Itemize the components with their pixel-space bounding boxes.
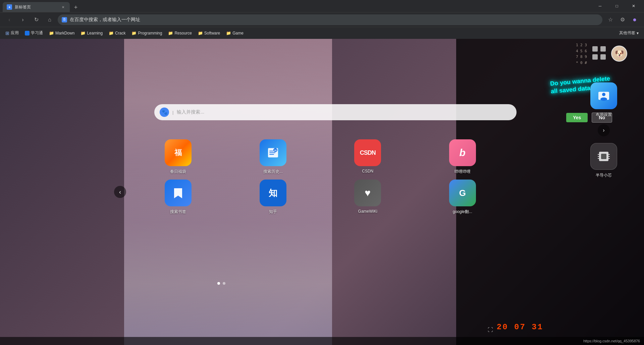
other-bookmarks-label: 其他书签 xyxy=(619,30,635,36)
title-bar: ✦ 新标签页 ✕ + ─ □ ✕ xyxy=(0,0,644,12)
bookmark-crack[interactable]: 📁 Crack xyxy=(106,29,128,38)
next-section: › xyxy=(590,124,617,140)
page-dot-1[interactable] xyxy=(217,282,220,285)
search-input[interactable]: 输入并搜索... xyxy=(177,109,511,115)
bookmark-markdown-label: MarkDown xyxy=(55,31,74,36)
app-bilibili[interactable]: b 哔哩哔哩 xyxy=(449,139,476,175)
bookmark-resource[interactable]: 📁 Resource xyxy=(165,29,194,38)
app-google-translate-label: google翻... xyxy=(453,209,472,215)
number-display: 1 2 3 4 5 6 7 8 9 * 0 # xyxy=(576,42,587,66)
nav-actions: ☆ ⚙ ● xyxy=(605,14,640,25)
search-area: 🐾 | 输入并搜索... xyxy=(154,104,517,120)
app-csdn[interactable]: CSDN CSDN xyxy=(354,139,381,175)
bookmark-apps-label: 应用 xyxy=(11,30,19,36)
bookmark-software-label: Software xyxy=(204,31,220,36)
svg-point-8 xyxy=(600,97,607,101)
app-bookmark[interactable]: 搜索书签 xyxy=(165,180,192,215)
bookmark-software[interactable]: 📁 Software xyxy=(195,29,223,38)
new-tab-button[interactable]: + xyxy=(71,3,80,12)
folder-icon-software: 📁 xyxy=(198,31,203,36)
tab-title: 新标签页 xyxy=(15,4,58,10)
chevron-down-icon: ▾ xyxy=(637,31,639,36)
tab-close-button[interactable]: ✕ xyxy=(60,4,66,10)
app-zhihu-label: 知乎 xyxy=(269,209,277,215)
tab-favicon: ✦ xyxy=(7,4,12,10)
bookmark-game[interactable]: 📁 Game xyxy=(223,29,246,38)
back-button[interactable]: ‹ xyxy=(4,14,15,25)
user-avatar[interactable]: 🐶 xyxy=(611,46,627,62)
bookmark-learning[interactable]: 📁 Learning xyxy=(78,29,105,38)
page-content: 1 2 3 4 5 6 7 8 9 * 0 # Do you wanna del… xyxy=(0,39,644,345)
folder-icon-resource: 📁 xyxy=(168,31,173,36)
bookmark-markdown[interactable]: 📁 MarkDown xyxy=(46,29,77,38)
svg-rect-3 xyxy=(269,154,274,155)
yes-button[interactable]: Yes xyxy=(566,113,588,122)
apps-row-2: 搜索书签 知 知乎 ♥ GameWiKi G google xyxy=(124,180,517,215)
xuexitong-icon xyxy=(25,31,30,36)
search-box[interactable]: 🐾 | 输入并搜索... xyxy=(154,104,517,120)
bookmark-apps[interactable]: ⊞ 应用 xyxy=(3,29,21,38)
svg-text:H: H xyxy=(274,149,277,152)
navigation-bar: ‹ › ↻ ⌂ B 在百度中搜索，或者输入一个网址 ☆ ⚙ ● xyxy=(0,12,644,27)
bookmark-game-label: Game xyxy=(232,31,244,36)
bookmark-learning-label: Learning xyxy=(87,31,103,36)
app-layout-settings[interactable]: 布局设置 xyxy=(590,82,617,118)
folder-icon-crack: 📁 xyxy=(109,31,114,36)
app-gamewiki[interactable]: ♥ GameWiKi xyxy=(354,180,381,215)
csdn-icon: CSDN xyxy=(360,149,376,156)
refresh-button[interactable]: ↻ xyxy=(31,14,42,25)
app-search-history[interactable]: H 搜索历史... xyxy=(260,139,286,175)
bookmark-programming[interactable]: 📁 Programming xyxy=(129,29,165,38)
layout-settings-icon xyxy=(596,88,611,103)
other-bookmarks[interactable]: 其他书签 ▾ xyxy=(616,29,641,38)
next-arrow-button[interactable]: › xyxy=(598,124,610,136)
grid-dot-3 xyxy=(592,54,598,60)
bookmarks-bar: ⊞ 应用 学习通 📁 MarkDown 📁 Learning 📁 Crack 📁… xyxy=(0,27,644,39)
zhihu-icon: 知 xyxy=(269,187,277,199)
folder-icon-programming: 📁 xyxy=(131,31,137,36)
semiconductor-icon xyxy=(596,149,611,164)
app-spring[interactable]: 福 春日福袋 xyxy=(165,139,192,175)
page-dot-2[interactable] xyxy=(223,282,225,285)
address-text: 在百度中搜索，或者输入一个网址 xyxy=(70,17,598,23)
app-semiconductor-label: 半导小芯 xyxy=(596,172,612,178)
bookmark-xuexitong[interactable]: 学习通 xyxy=(22,29,46,38)
status-url: https://blog.csdn.net/qq_45395876 xyxy=(583,339,640,343)
app-gamewiki-label: GameWiKi xyxy=(358,209,377,214)
extensions-button[interactable]: ⚙ xyxy=(617,14,628,25)
app-google-translate[interactable]: G google翻... xyxy=(449,180,476,215)
left-nav-arrow[interactable]: ‹ xyxy=(114,186,126,198)
avatar-image: 🐶 xyxy=(612,46,627,61)
bookmark-crack-label: Crack xyxy=(115,31,125,36)
svg-point-7 xyxy=(602,93,605,96)
app-csdn-label: CSDN xyxy=(362,169,373,174)
maximize-button[interactable]: □ xyxy=(609,1,625,11)
browser-frame: ✦ 新标签页 ✕ + ─ □ ✕ ‹ › ↻ ⌂ B 在百度中搜索，或者输入一个… xyxy=(0,0,644,345)
address-bar[interactable]: B 在百度中搜索，或者输入一个网址 xyxy=(58,14,602,25)
forward-button[interactable]: › xyxy=(17,14,28,25)
app-search-history-label: 搜索历史... xyxy=(263,169,283,175)
window-controls: ─ □ ✕ xyxy=(592,1,641,11)
app-spring-label: 春日福袋 xyxy=(170,169,186,175)
gamewiki-icon: ♥ xyxy=(365,187,371,199)
app-zhihu[interactable]: 知 知乎 xyxy=(260,180,286,215)
profile-button[interactable]: ● xyxy=(629,14,640,25)
bookmark-star-button[interactable]: ☆ xyxy=(605,14,616,25)
folder-icon-learning: 📁 xyxy=(80,31,86,36)
clock-display: 20 07 31 xyxy=(497,323,543,332)
svg-rect-10 xyxy=(601,154,606,159)
folder-icon-game: 📁 xyxy=(226,31,231,36)
top-right-icons: 🐶 xyxy=(592,46,627,62)
home-button[interactable]: ⌂ xyxy=(44,14,55,25)
grid-menu-button[interactable] xyxy=(592,46,607,61)
active-tab[interactable]: ✦ 新标签页 ✕ xyxy=(3,2,70,12)
svg-rect-2 xyxy=(269,152,275,153)
tab-area: ✦ 新标签页 ✕ + xyxy=(3,0,591,12)
app-bookmark-label: 搜索书签 xyxy=(170,209,186,215)
expand-icon[interactable]: ⛶ xyxy=(488,327,493,333)
search-logo: 🐾 xyxy=(160,108,169,117)
apps-grid-icon: ⊞ xyxy=(5,30,9,36)
app-semiconductor[interactable]: 半导小芯 xyxy=(590,143,617,178)
close-button[interactable]: ✕ xyxy=(626,1,641,11)
minimize-button[interactable]: ─ xyxy=(592,1,608,11)
